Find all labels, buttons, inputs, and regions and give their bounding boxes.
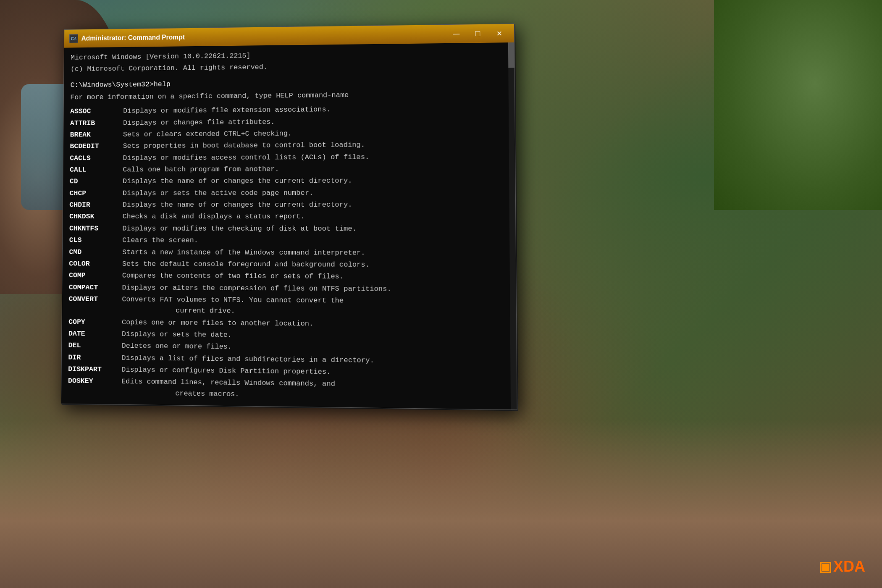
cmd-row: CHCPDisplays or sets the active code pag… bbox=[69, 187, 508, 199]
cmd-name: CMD bbox=[69, 247, 122, 257]
cmd-name: COMPACT bbox=[69, 282, 122, 293]
cmd-window: C:\ Administrator: Command Prompt — ☐ ✕ … bbox=[61, 24, 517, 410]
cmd-row: CDDisplays the name of or changes the cu… bbox=[70, 175, 509, 187]
cmd-row: CACLSDisplays or modifies access control… bbox=[70, 151, 508, 164]
cmd-name: CACLS bbox=[70, 153, 123, 164]
cmd-description: Converts FAT volumes to NTFS. You cannot… bbox=[122, 294, 344, 318]
cmd-row: DOSKEYEdits command lines, recalls Windo… bbox=[68, 376, 510, 404]
cmd-description: Starts a new instance of the Windows com… bbox=[122, 247, 365, 259]
cmd-description: Displays the name of or changes the curr… bbox=[123, 176, 352, 187]
cmd-row: CLSClears the screen. bbox=[69, 235, 509, 247]
cmd-row: CHDIRDisplays the name of or changes the… bbox=[69, 200, 508, 211]
cmd-row: CONVERTConverts FAT volumes to NTFS. You… bbox=[68, 294, 509, 319]
xda-text: XDA bbox=[833, 558, 865, 575]
xda-symbol: ▣ bbox=[819, 559, 832, 575]
cmd-commands-list: ASSOCDisplays or modifies file extension… bbox=[68, 103, 510, 403]
cmd-name: COLOR bbox=[69, 258, 122, 270]
cmd-description: Displays or alters the compression of fi… bbox=[122, 282, 391, 295]
cmd-name: DOSKEY bbox=[68, 376, 122, 399]
titlebar-icon-text: C:\ bbox=[71, 37, 76, 41]
cmd-name: ASSOC bbox=[70, 106, 123, 117]
cmd-row: BREAKSets or clears extended CTRL+C chec… bbox=[70, 127, 508, 141]
cmd-name: CD bbox=[70, 176, 123, 187]
cmd-description: Displays or modifies the checking of dis… bbox=[122, 223, 357, 235]
cmd-name: COPY bbox=[68, 317, 122, 328]
cmd-name: BREAK bbox=[70, 129, 123, 141]
cmd-description: Copies one or more files to another loca… bbox=[122, 317, 313, 330]
cmd-name: DISKPART bbox=[68, 364, 121, 375]
cmd-name: CHCP bbox=[69, 188, 123, 199]
cmd-name: CALL bbox=[70, 165, 123, 176]
cmd-description: Displays or changes file attributes. bbox=[123, 117, 275, 129]
cmd-name: CONVERT bbox=[68, 294, 122, 316]
cmd-row: COMPACTDisplays or alters the compressio… bbox=[69, 282, 509, 295]
cmd-for-more: For more information on a specific comma… bbox=[70, 89, 507, 103]
cmd-name: CHDIR bbox=[69, 200, 123, 211]
cmd-row: CHKDSKChecks a disk and displays a statu… bbox=[69, 211, 509, 223]
cmd-description: Displays or sets the active code page nu… bbox=[123, 188, 313, 199]
bg-bottom bbox=[0, 420, 882, 588]
cmd-description: Sets properties in boot database to cont… bbox=[123, 140, 365, 152]
maximize-button[interactable]: ☐ bbox=[468, 27, 488, 41]
cmd-row: ATTRIBDisplays or changes file attribute… bbox=[70, 115, 508, 129]
cmd-name: DIR bbox=[68, 352, 121, 364]
bg-rocks-right bbox=[714, 0, 882, 210]
titlebar-icon: C:\ bbox=[69, 34, 78, 43]
cmd-name: CLS bbox=[69, 235, 123, 246]
cmd-name: DATE bbox=[68, 328, 122, 340]
cmd-name: CHKDSK bbox=[69, 212, 123, 223]
cmd-description: Clears the screen. bbox=[122, 235, 198, 246]
cmd-description: Sets or clears extended CTRL+C checking. bbox=[123, 129, 292, 140]
cmd-row: COMPCompares the contents of two files o… bbox=[69, 270, 509, 283]
cmd-description: Displays or modifies access control list… bbox=[123, 152, 369, 164]
cmd-description: Displays or configures Disk Partition pr… bbox=[121, 365, 331, 378]
cmd-row: BCDEDITSets properties in boot database … bbox=[70, 139, 508, 152]
cmd-description: Displays or sets the date. bbox=[122, 329, 232, 341]
cmd-description: Compares the contents of two files or se… bbox=[122, 270, 344, 283]
cmd-row: COLORSets the default console foreground… bbox=[69, 258, 509, 271]
cmd-content: Microsoft Windows [Version 10.0.22621.22… bbox=[61, 42, 517, 410]
cmd-row: CHKNTFSDisplays or modifies the checking… bbox=[69, 223, 509, 235]
cmd-description: Deletes one or more files. bbox=[122, 341, 232, 353]
cmd-description: Calls one batch program from another. bbox=[123, 164, 279, 175]
close-button[interactable]: ✕ bbox=[489, 26, 509, 40]
cmd-description: Checks a disk and displays a status repo… bbox=[123, 211, 305, 222]
cmd-description: Edits command lines, recalls Windows com… bbox=[121, 376, 335, 401]
titlebar-title: Administrator: Command Prompt bbox=[81, 30, 443, 42]
cmd-scrollbar-thumb[interactable] bbox=[508, 42, 514, 68]
cmd-description: Displays the name of or changes the curr… bbox=[123, 200, 352, 211]
cmd-name: CHKNTFS bbox=[69, 223, 123, 234]
cmd-name: ATTRIB bbox=[70, 118, 123, 129]
cmd-name: COMP bbox=[69, 270, 122, 281]
cmd-row: CMDStarts a new instance of the Windows … bbox=[69, 247, 509, 259]
cmd-description: Displays or modifies file extension asso… bbox=[123, 105, 331, 117]
cmd-name: DEL bbox=[68, 340, 122, 352]
cmd-row: CALLCalls one batch program from another… bbox=[70, 163, 508, 176]
minimize-button[interactable]: — bbox=[446, 27, 466, 41]
cmd-description: Sets the default console foreground and … bbox=[122, 259, 370, 270]
titlebar-controls: — ☐ ✕ bbox=[446, 26, 509, 41]
cmd-description: Displays a list of files and subdirector… bbox=[121, 352, 374, 366]
xda-logo: ▣ XDA bbox=[819, 558, 865, 575]
cmd-name: BCDEDIT bbox=[70, 141, 123, 152]
